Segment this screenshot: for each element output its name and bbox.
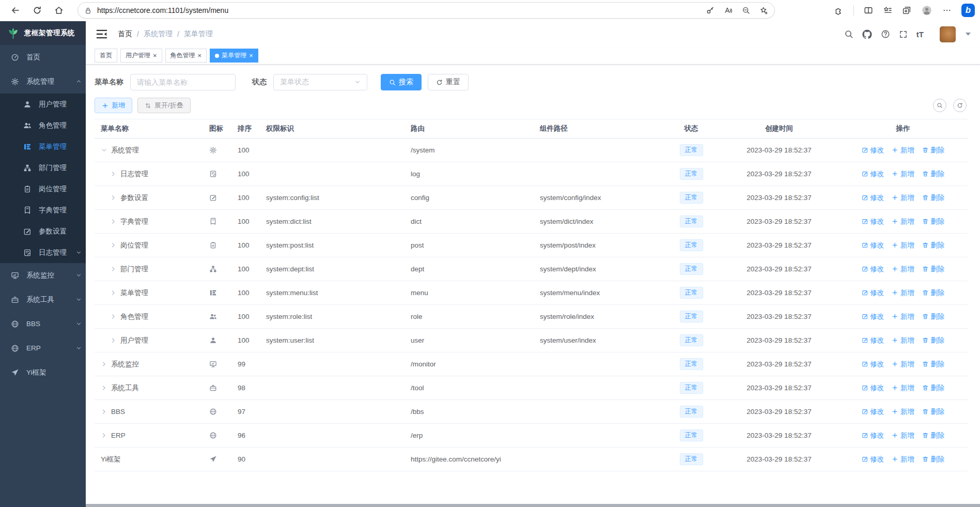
add-link[interactable]: 新增 — [892, 455, 914, 464]
hide-search-button[interactable] — [933, 99, 946, 112]
tree-toggle-icon[interactable] — [101, 385, 107, 391]
sidebar-item[interactable]: 参数设置 — [0, 221, 86, 242]
read-aloud-icon[interactable] — [724, 6, 733, 15]
avatar-caret-icon[interactable] — [966, 33, 971, 36]
edit-link[interactable]: 修改 — [862, 217, 884, 226]
delete-link[interactable]: 删除 — [922, 336, 945, 345]
sidebar-item[interactable]: 角色管理 — [0, 115, 86, 136]
collections-icon[interactable] — [902, 6, 911, 15]
sidebar-item[interactable]: 系统监控 — [0, 263, 86, 287]
tree-toggle-icon[interactable] — [110, 218, 117, 225]
add-link[interactable]: 新增 — [892, 383, 914, 393]
tag-close-icon[interactable]: × — [198, 52, 202, 59]
zoom-out-icon[interactable] — [742, 6, 750, 14]
expand-collapse-button[interactable]: 展开/折叠 — [137, 98, 191, 113]
tree-toggle-icon[interactable] — [110, 337, 117, 344]
breadcrumb-home[interactable]: 首页 — [118, 29, 132, 39]
delete-link[interactable]: 删除 — [922, 241, 945, 250]
password-key-icon[interactable] — [706, 6, 714, 14]
help-icon[interactable] — [881, 29, 890, 39]
split-screen-icon[interactable] — [864, 6, 873, 15]
refresh-table-button[interactable] — [953, 99, 967, 112]
edit-link[interactable]: 修改 — [862, 170, 884, 179]
sidebar-item[interactable]: 首页 — [0, 45, 86, 69]
delete-link[interactable]: 删除 — [922, 288, 945, 298]
status-select[interactable]: 菜单状态 — [273, 74, 367, 90]
add-link[interactable]: 新增 — [892, 193, 914, 203]
edit-link[interactable]: 修改 — [862, 288, 884, 298]
sidebar-item[interactable]: 菜单管理 — [0, 136, 86, 157]
extensions-icon[interactable] — [834, 6, 844, 15]
tree-toggle-icon[interactable] — [110, 313, 117, 320]
add-link[interactable]: 新增 — [892, 336, 914, 345]
sidebar-item[interactable]: ERP — [0, 336, 86, 360]
delete-link[interactable]: 删除 — [922, 455, 945, 464]
menu-name-input[interactable] — [130, 74, 236, 90]
horizontal-scrollbar[interactable] — [86, 504, 980, 507]
add-link[interactable]: 新增 — [892, 312, 914, 321]
tree-toggle-icon[interactable] — [110, 194, 117, 201]
delete-link[interactable]: 删除 — [922, 217, 945, 226]
add-link[interactable]: 新增 — [892, 217, 914, 226]
edit-link[interactable]: 修改 — [862, 241, 884, 250]
header-search-icon[interactable] — [844, 29, 853, 39]
edit-link[interactable]: 修改 — [862, 407, 884, 417]
favorites-icon[interactable] — [883, 6, 892, 15]
url-text[interactable]: https://ccnetcore.com:1101/system/menu — [97, 6, 706, 14]
avatar[interactable] — [940, 26, 956, 42]
delete-link[interactable]: 删除 — [922, 146, 945, 155]
add-link[interactable]: 新增 — [892, 360, 914, 369]
tree-toggle-icon[interactable] — [110, 289, 117, 296]
add-link[interactable]: 新增 — [892, 288, 914, 298]
browser-back-button[interactable] — [7, 2, 24, 19]
sidebar-item[interactable]: 用户管理 — [0, 94, 86, 115]
browser-refresh-button[interactable] — [29, 2, 45, 19]
tag-tab[interactable]: 菜单管理 × — [210, 49, 258, 63]
add-link[interactable]: 新增 — [892, 431, 914, 440]
delete-link[interactable]: 删除 — [922, 383, 945, 393]
delete-link[interactable]: 删除 — [922, 312, 945, 321]
edit-link[interactable]: 修改 — [862, 360, 884, 369]
add-link[interactable]: 新增 — [892, 146, 914, 155]
sidebar-item[interactable]: 系统管理 — [0, 69, 86, 94]
add-link[interactable]: 新增 — [892, 241, 914, 250]
search-button[interactable]: 搜索 — [381, 74, 422, 90]
edit-link[interactable]: 修改 — [862, 146, 884, 155]
add-button[interactable]: 新增 — [95, 98, 132, 113]
sidebar-item[interactable]: 系统工具 — [0, 287, 86, 312]
sidebar-item[interactable]: 日志管理 — [0, 242, 86, 263]
tree-toggle-icon[interactable] — [101, 147, 107, 153]
edit-link[interactable]: 修改 — [862, 193, 884, 203]
delete-link[interactable]: 删除 — [922, 193, 945, 203]
tag-close-icon[interactable]: × — [153, 52, 157, 59]
delete-link[interactable]: 删除 — [922, 265, 945, 274]
bing-chat-icon[interactable]: b — [961, 4, 975, 17]
edit-link[interactable]: 修改 — [862, 455, 884, 464]
tree-toggle-icon[interactable] — [110, 242, 117, 249]
sidebar-collapse-icon[interactable] — [95, 27, 108, 41]
edit-link[interactable]: 修改 — [862, 431, 884, 440]
sidebar-item[interactable]: BBS — [0, 312, 86, 336]
sidebar-item[interactable]: Yi框架 — [0, 360, 86, 385]
edit-link[interactable]: 修改 — [862, 336, 884, 345]
edit-link[interactable]: 修改 — [862, 265, 884, 274]
fullscreen-icon[interactable] — [899, 30, 908, 39]
github-icon[interactable] — [862, 29, 872, 39]
logo[interactable]: 意框架管理系统 — [0, 21, 86, 45]
edit-link[interactable]: 修改 — [862, 383, 884, 393]
delete-link[interactable]: 删除 — [922, 407, 945, 417]
tree-toggle-icon[interactable] — [101, 408, 107, 415]
sidebar-item[interactable]: 部门管理 — [0, 157, 86, 178]
browser-home-button[interactable] — [51, 2, 67, 19]
add-link[interactable]: 新增 — [892, 170, 914, 179]
tag-tab[interactable]: 首页 × — [95, 49, 117, 63]
reset-button[interactable]: 重置 — [428, 74, 469, 90]
address-bar[interactable]: https://ccnetcore.com:1101/system/menu — [77, 2, 775, 19]
tag-tab[interactable]: 角色管理 × — [165, 49, 207, 63]
tree-toggle-icon[interactable] — [101, 432, 107, 439]
tree-toggle-icon[interactable] — [101, 361, 107, 367]
tag-close-icon[interactable]: × — [249, 52, 253, 59]
sidebar-item[interactable]: 字典管理 — [0, 199, 86, 221]
add-link[interactable]: 新增 — [892, 265, 914, 274]
delete-link[interactable]: 删除 — [922, 360, 945, 369]
